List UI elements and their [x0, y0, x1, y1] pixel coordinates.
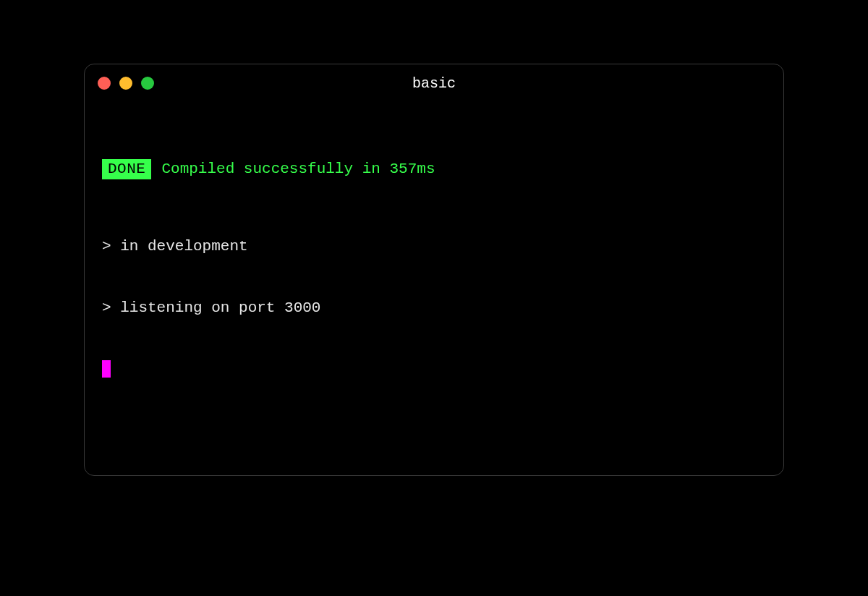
status-badge: DONE — [102, 159, 151, 179]
terminal-cursor — [102, 360, 111, 378]
cursor-line — [102, 359, 766, 380]
terminal-output[interactable]: DONE Compiled successfully in 357ms > in… — [85, 102, 783, 475]
compile-status-line: DONE Compiled successfully in 357ms — [102, 159, 766, 179]
window-title: basic — [85, 75, 783, 92]
output-line: > listening on port 3000 — [102, 298, 766, 318]
window-titlebar: basic — [85, 64, 783, 102]
output-line: > in development — [102, 237, 766, 257]
minimize-button[interactable] — [119, 77, 132, 90]
close-button[interactable] — [98, 77, 111, 90]
terminal-window: basic DONE Compiled successfully in 357m… — [84, 64, 784, 476]
zoom-button[interactable] — [141, 77, 154, 90]
traffic-lights — [98, 77, 154, 90]
status-message: Compiled successfully in 357ms — [161, 159, 435, 179]
